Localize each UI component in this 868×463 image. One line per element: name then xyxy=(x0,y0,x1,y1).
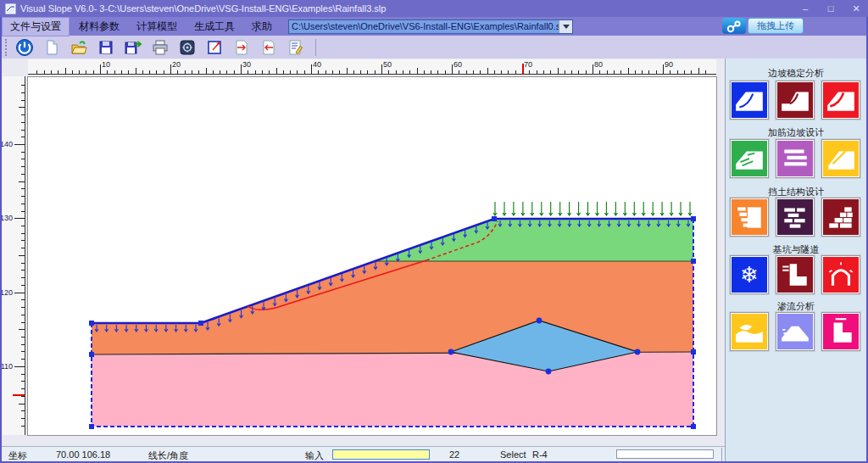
ruler-tick xyxy=(21,344,25,345)
lens-vertex-handle[interactable] xyxy=(635,349,641,355)
cloud-link-icon[interactable] xyxy=(722,18,746,34)
slope-failure-analysis-button[interactable] xyxy=(821,81,860,120)
window-title: Visual Slope V6.0- 3-C:\Users\steven\One… xyxy=(20,3,386,14)
green-layer-polygon[interactable] xyxy=(375,219,693,261)
seepage-dam-button[interactable] xyxy=(776,312,815,351)
block-wall-design-button[interactable] xyxy=(730,198,769,237)
ruler-tick xyxy=(21,211,25,212)
workspace: 102030405060708090 140130120110 xyxy=(0,59,725,446)
reinforced-slope-design-button[interactable] xyxy=(821,139,860,178)
power-icon[interactable] xyxy=(14,37,36,58)
zoom-window-icon[interactable] xyxy=(203,37,225,58)
toolbar-grip[interactable] xyxy=(5,39,8,56)
ruler-tick xyxy=(226,70,227,74)
titlebar: Visual Slope V6.0- 3-C:\Users\steven\One… xyxy=(0,0,868,17)
ruler-tick xyxy=(550,70,551,74)
lens-vertex-handle[interactable] xyxy=(448,349,454,355)
slope-block-analysis-icon xyxy=(777,82,813,118)
stepped-wall-design-button[interactable] xyxy=(821,198,860,237)
vertex-handle[interactable] xyxy=(691,216,696,221)
seepage-dam-icon xyxy=(777,314,813,349)
combo-dropdown-icon[interactable] xyxy=(559,20,572,33)
ruler-tick xyxy=(642,70,643,74)
drag-upload-button[interactable]: 拖拽上传 xyxy=(748,18,804,34)
undo-icon[interactable] xyxy=(258,37,280,58)
ruler-tick xyxy=(164,70,164,74)
ruler-tick xyxy=(304,70,305,74)
ruler-tick xyxy=(241,64,242,74)
ruler-tick xyxy=(21,226,25,226)
close-icon[interactable]: ✕ xyxy=(849,3,863,14)
minimize-icon[interactable]: – xyxy=(798,3,812,14)
status-input-field[interactable] xyxy=(332,449,430,460)
vertex-handle[interactable] xyxy=(492,216,497,221)
section-title-reinforced-slope: 加筋边坡设计 xyxy=(726,126,866,139)
ruler-tick xyxy=(170,64,171,74)
tunnel-analysis-button[interactable] xyxy=(821,255,860,294)
ruler-label: 80 xyxy=(594,60,603,69)
ruler-tick xyxy=(466,70,467,74)
save-icon[interactable] xyxy=(95,37,117,58)
ruler-tick xyxy=(19,181,25,182)
ruler-tick xyxy=(543,70,544,74)
maximize-icon[interactable]: □ xyxy=(824,3,837,14)
print-icon[interactable] xyxy=(149,37,171,58)
menu-material-parameters[interactable]: 材料参数 xyxy=(71,18,127,36)
input-label: 输入 xyxy=(305,449,324,462)
ruler-tick xyxy=(192,70,192,74)
redo-icon[interactable] xyxy=(231,37,253,58)
vertex-handle[interactable] xyxy=(691,349,696,354)
brick-wall-design-button[interactable] xyxy=(776,198,815,237)
slope-stability-analysis-icon xyxy=(732,82,767,118)
vertex-handle[interactable] xyxy=(691,424,696,429)
pink-layer-polygon[interactable] xyxy=(92,352,693,427)
ruler-tick xyxy=(21,337,25,337)
ruler-tick xyxy=(206,68,207,74)
menu-generation-tools[interactable]: 生成工具 xyxy=(186,18,242,36)
length-angle-label: 线长/角度 xyxy=(148,449,188,462)
soil-nail-design-button[interactable] xyxy=(730,139,769,178)
drawing-canvas[interactable] xyxy=(27,76,717,436)
vertex-handle[interactable] xyxy=(89,424,94,429)
ruler-tick xyxy=(677,70,678,74)
view-settings-icon[interactable] xyxy=(176,37,198,58)
save-as-icon[interactable] xyxy=(122,37,144,58)
file-path-combobox[interactable]: C:\Users\steven\OneDrive\VS6-Install-ENG… xyxy=(288,20,573,34)
ruler-tick xyxy=(21,270,25,271)
ruler-tick xyxy=(670,70,670,74)
edit-properties-icon[interactable] xyxy=(285,37,307,58)
geogrid-design-button[interactable] xyxy=(776,139,815,178)
seepage-structure-button[interactable] xyxy=(821,312,860,351)
slope-block-analysis-button[interactable] xyxy=(776,81,815,120)
ground-freezing-button[interactable]: ❄ xyxy=(730,255,769,294)
ruler-tick xyxy=(21,188,25,189)
vertex-handle[interactable] xyxy=(198,321,203,326)
excavation-wall-button[interactable] xyxy=(776,255,815,294)
lens-vertex-handle[interactable] xyxy=(546,369,552,375)
open-file-icon[interactable] xyxy=(68,37,90,58)
ruler-tick xyxy=(21,374,25,375)
tool-panel: 边坡稳定分析 加筋边坡设计 xyxy=(725,58,866,463)
vertex-handle[interactable] xyxy=(89,321,94,326)
block-wall-design-icon xyxy=(732,199,767,235)
ruler-tick xyxy=(21,307,25,308)
vertex-handle[interactable] xyxy=(89,352,94,357)
ruler-tick xyxy=(21,114,25,115)
vertex-handle[interactable] xyxy=(691,259,696,264)
slope-stability-analysis-button[interactable] xyxy=(730,81,769,120)
menu-calculation-model[interactable]: 计算模型 xyxy=(129,18,185,36)
soil-nail-design-icon xyxy=(732,141,767,176)
ruler-tick xyxy=(424,70,425,74)
ruler-tick xyxy=(21,359,25,360)
menu-file-settings[interactable]: 文件与设置 xyxy=(2,17,70,36)
ruler-tick xyxy=(156,70,157,74)
ruler-tick xyxy=(21,152,25,153)
new-file-icon[interactable] xyxy=(41,37,63,58)
ruler-tick xyxy=(283,70,284,74)
ruler-tick xyxy=(684,70,685,74)
lens-vertex-handle[interactable] xyxy=(537,318,542,324)
menu-help[interactable]: 求助 xyxy=(244,18,280,36)
ruler-label: 60 xyxy=(453,60,462,69)
ruler-tick xyxy=(21,137,25,137)
seepage-water-button[interactable] xyxy=(730,312,769,351)
